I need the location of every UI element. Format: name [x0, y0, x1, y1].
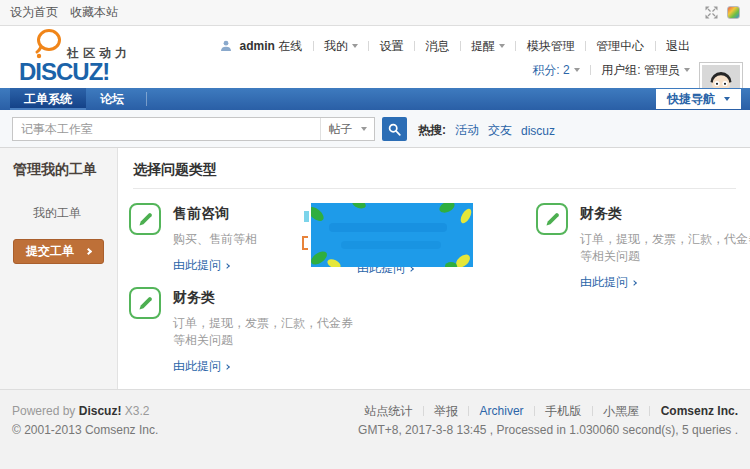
pencil-icon: [129, 287, 161, 319]
hot-search: 热搜: 活动 交友 discuz: [418, 122, 555, 139]
main-panel: 选择问题类型 售前咨询 购买、售前等相 由此提问: [118, 148, 750, 389]
sidebar-item-my-tickets[interactable]: 我的工单: [33, 205, 117, 222]
sticker-overlay-image: [311, 203, 473, 267]
chevron-right-icon: [85, 248, 92, 255]
usergroup-link[interactable]: 用户组: 管理员: [601, 63, 680, 77]
card-title: 财务类: [173, 289, 363, 307]
chevron-down-icon: [684, 68, 690, 72]
footer-meta: GMT+8, 2017-3-8 13:45 , Processed in 1.0…: [358, 421, 738, 440]
quick-nav-button[interactable]: 快捷导航: [656, 89, 741, 109]
powered-prefix: Powered by: [12, 404, 75, 418]
theme-palette-icon[interactable]: [727, 6, 740, 19]
footer-link-report[interactable]: 举报: [434, 404, 458, 418]
search-bar: 帖子 热搜: 活动 交友 discuz: [0, 110, 750, 148]
divider: [460, 41, 461, 51]
divider: [468, 406, 469, 416]
footer-comsenz: Comsenz Inc.: [661, 404, 738, 418]
chevron-down-icon: [361, 127, 367, 131]
divider: [146, 92, 147, 106]
divider: [414, 41, 415, 51]
ask-here-link[interactable]: 由此提问: [173, 358, 363, 375]
ask-here-label: 由此提问: [580, 274, 628, 291]
copyright: © 2001-2013 Comsenz Inc.: [12, 421, 158, 440]
divider: [585, 41, 586, 51]
user-menu-row: admin 在线 我的 设置 消息 提醒 模块管理 管理中心 退出: [220, 35, 690, 59]
chevron-down-icon: [499, 44, 505, 48]
discuz-logo[interactable]: 社区动力 DISCUZ!: [10, 26, 200, 88]
card-body: 财务类 订单，提现，发票，汇款，代金券等相关问题 由此提问: [173, 287, 363, 375]
submit-ticket-label: 提交工单: [26, 243, 74, 260]
tab-ticket-system[interactable]: 工单系统: [10, 88, 86, 110]
search-box: 帖子: [12, 117, 375, 141]
search-type-select[interactable]: 帖子: [320, 118, 374, 140]
menu-messages[interactable]: 消息: [425, 39, 449, 53]
chevron-right-icon: [224, 364, 230, 370]
page: 设为首页 收藏本站 社区动力 DISCUZ!: [0, 0, 750, 469]
footer-left: Powered by Discuz! X3.2 © 2001-2013 Coms…: [12, 402, 158, 440]
footer-link-mobile[interactable]: 手机版: [545, 404, 581, 418]
ask-here-label: 由此提问: [173, 257, 221, 274]
user-icon: [220, 37, 232, 59]
hot-link-activity[interactable]: 活动: [455, 122, 479, 139]
card-description: 订单，提现，发票，汇款，代金券等相关问题: [173, 315, 363, 349]
menu-logout[interactable]: 退出: [666, 39, 690, 53]
card-body: 财务类 订单，提现，发票，汇款，代金券等相关问题 由此提问: [580, 203, 750, 291]
chevron-right-icon: [631, 280, 637, 286]
hot-link-friends[interactable]: 交友: [488, 122, 512, 139]
divider: [590, 65, 591, 75]
header: 社区动力 DISCUZ! admin 在线 我的 设置 消息 提醒 模块管理: [0, 26, 750, 88]
divider: [592, 406, 593, 416]
page-title: 选择问题类型: [133, 161, 217, 179]
tab-forum[interactable]: 论坛: [86, 88, 138, 110]
card-title: 财务类: [580, 205, 750, 223]
hidden-card-fragment: [304, 211, 309, 222]
chevron-right-icon: [224, 263, 230, 269]
search-button[interactable]: [382, 117, 407, 141]
sidebar: 管理我的工单 我的工单 提交工单: [0, 148, 118, 389]
menu-admin-center[interactable]: 管理中心: [596, 39, 644, 53]
search-icon: [388, 123, 401, 136]
pencil-icon: [129, 203, 161, 235]
menu-reminders[interactable]: 提醒: [471, 39, 495, 53]
set-home-link[interactable]: 设为首页: [10, 4, 58, 21]
bookmark-link[interactable]: 收藏本站: [70, 4, 118, 21]
sidebar-title: 管理我的工单: [13, 161, 117, 179]
content: 管理我的工单 我的工单 提交工单 选择问题类型 售前咨询 购买、售前等相 由此提…: [0, 148, 750, 390]
divider: [515, 41, 516, 51]
submit-ticket-button[interactable]: 提交工单: [13, 239, 104, 264]
hot-search-label: 热搜:: [418, 122, 446, 139]
footer-links: 站点统计 举报 Archiver 手机版 小黑屋 Comsenz Inc.: [358, 402, 738, 421]
footer-link-blacklist[interactable]: 小黑屋: [603, 404, 639, 418]
ticket-type-card-finance-2[interactable]: 财务类 订单，提现，发票，汇款，代金券等相关问题 由此提问: [129, 287, 363, 375]
menu-module-admin[interactable]: 模块管理: [527, 39, 575, 53]
powered-by: Powered by Discuz! X3.2: [12, 402, 158, 421]
footer-right: 站点统计 举报 Archiver 手机版 小黑屋 Comsenz Inc. GM…: [358, 402, 738, 440]
footer-link-site-stats[interactable]: 站点统计: [364, 404, 412, 418]
topbar-links: 设为首页 收藏本站: [10, 4, 118, 21]
powered-brand: Discuz!: [79, 404, 122, 418]
search-input[interactable]: [13, 118, 320, 140]
user-bar: admin 在线 我的 设置 消息 提醒 模块管理 管理中心 退出 积分: 2: [220, 35, 690, 81]
divider: [534, 406, 535, 416]
chevron-down-icon: [724, 97, 730, 101]
username-link[interactable]: admin: [240, 39, 275, 53]
divider: [368, 41, 369, 51]
footer-link-archiver[interactable]: Archiver: [480, 404, 524, 418]
ask-here-label: 由此提问: [173, 358, 221, 375]
hot-link-discuz[interactable]: discuz: [521, 124, 555, 138]
footer: Powered by Discuz! X3.2 © 2001-2013 Coms…: [0, 390, 750, 469]
fullscreen-expand-icon[interactable]: [705, 6, 718, 19]
topbar: 设为首页 收藏本站: [0, 0, 750, 26]
divider: [423, 406, 424, 416]
menu-my[interactable]: 我的: [324, 39, 348, 53]
pencil-icon: [536, 203, 568, 235]
ask-here-link[interactable]: 由此提问: [580, 274, 750, 291]
topbar-icons: [705, 6, 740, 19]
credits-link[interactable]: 积分: 2: [532, 63, 569, 77]
ticket-type-card-finance[interactable]: 财务类 订单，提现，发票，汇款，代金券等相关问题 由此提问: [536, 203, 750, 291]
online-status: 在线: [278, 39, 302, 53]
main-nav: 工单系统 论坛 快捷导航: [0, 88, 750, 110]
card-description: 订单，提现，发票，汇款，代金券等相关问题: [580, 231, 750, 265]
menu-settings[interactable]: 设置: [380, 39, 404, 53]
divider: [133, 188, 736, 189]
